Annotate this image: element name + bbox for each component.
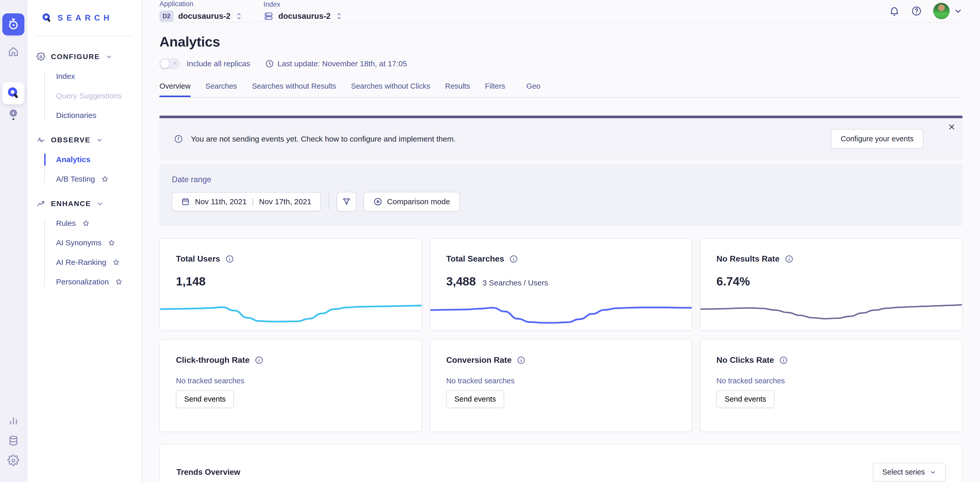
recommend-bulb-icon[interactable] bbox=[8, 108, 19, 121]
metric-card-total-users: Total Users 1,148 bbox=[159, 238, 422, 331]
date-separator: | bbox=[252, 197, 254, 206]
tab-filters[interactable]: Filters bbox=[485, 82, 505, 97]
index-stack-icon bbox=[263, 11, 274, 21]
sidebar-item-index[interactable]: Index bbox=[45, 72, 132, 81]
empty-note: No tracked searches bbox=[716, 377, 946, 385]
clock-icon bbox=[265, 59, 274, 68]
user-menu[interactable] bbox=[933, 3, 963, 19]
sidebar: SEARCH CONFIGURE Index Query Suggestions… bbox=[27, 0, 142, 482]
play-circle-icon bbox=[373, 197, 382, 206]
empty-note: No tracked searches bbox=[176, 377, 406, 385]
section-label: CONFIGURE bbox=[51, 53, 100, 61]
gear-icon bbox=[37, 52, 45, 61]
star-icon[interactable] bbox=[108, 239, 116, 247]
card-title: No Results Rate bbox=[716, 254, 780, 263]
card-click-through-rate: Click-through Rate No tracked searches S… bbox=[159, 339, 422, 432]
tab-searches-without-clicks[interactable]: Searches without Clicks bbox=[351, 82, 430, 97]
tab-searches[interactable]: Searches bbox=[205, 82, 237, 97]
send-events-button[interactable]: Send events bbox=[716, 390, 774, 408]
page-title: Analytics bbox=[159, 34, 963, 49]
app-rail bbox=[0, 0, 27, 482]
application-value: docusaurus-2 bbox=[178, 11, 231, 21]
tab-geo[interactable]: Geo bbox=[526, 82, 541, 97]
metric-card-total-searches: Total Searches 3,488 3 Searches / Users bbox=[430, 238, 692, 331]
info-icon[interactable] bbox=[785, 255, 794, 263]
sidebar-item-rules[interactable]: Rules bbox=[45, 219, 132, 228]
info-icon[interactable] bbox=[225, 255, 234, 263]
chevron-down-icon bbox=[954, 7, 963, 16]
tab-results[interactable]: Results bbox=[445, 82, 470, 97]
empty-cards-row: Click-through Rate No tracked searches S… bbox=[159, 339, 963, 432]
trends-title: Trends Overview bbox=[177, 468, 240, 477]
send-events-button[interactable]: Send events bbox=[446, 390, 504, 408]
activity-icon bbox=[37, 136, 45, 144]
include-replicas-label: Include all replicas bbox=[187, 59, 250, 68]
info-icon[interactable] bbox=[509, 255, 518, 263]
trends-overview-card: Trends Overview Select series bbox=[159, 444, 963, 482]
tab-searches-without-results[interactable]: Searches without Results bbox=[252, 82, 336, 97]
info-icon[interactable] bbox=[517, 356, 525, 365]
comparison-mode-button[interactable]: Comparison mode bbox=[363, 192, 460, 211]
star-icon[interactable] bbox=[82, 219, 90, 227]
star-icon[interactable] bbox=[112, 258, 120, 266]
tab-overview[interactable]: Overview bbox=[159, 82, 191, 97]
filter-button[interactable] bbox=[337, 192, 356, 211]
select-series-label: Select series bbox=[882, 468, 925, 476]
chevron-down-icon bbox=[929, 469, 936, 476]
sidebar-item-ab-testing[interactable]: A/B Testing bbox=[45, 175, 132, 184]
search-logo-icon bbox=[41, 12, 52, 24]
chevron-down-icon bbox=[96, 137, 103, 143]
metric-value: 3,488 bbox=[446, 274, 476, 288]
sidebar-item-analytics[interactable]: Analytics bbox=[45, 155, 132, 164]
stopwatch-icon bbox=[7, 18, 20, 31]
index-label: Index bbox=[263, 0, 343, 8]
index-value: docusaurus-2 bbox=[278, 11, 331, 21]
application-label: Application bbox=[159, 0, 243, 8]
include-replicas-toggle[interactable]: ✕ bbox=[159, 58, 180, 69]
notifications-bell-icon[interactable] bbox=[889, 6, 900, 16]
select-series-button[interactable]: Select series bbox=[873, 463, 945, 482]
product-logo-text: SEARCH bbox=[57, 13, 113, 22]
card-title: No Clicks Rate bbox=[716, 355, 774, 365]
timer-app-icon[interactable] bbox=[2, 13, 24, 35]
home-icon[interactable] bbox=[8, 46, 19, 57]
alert-info-icon bbox=[174, 134, 183, 144]
section-header-enhance[interactable]: ENHANCE bbox=[37, 200, 132, 208]
help-icon[interactable] bbox=[911, 6, 922, 16]
card-no-clicks-rate: No Clicks Rate No tracked searches Send … bbox=[700, 339, 963, 432]
chevron-down-icon bbox=[97, 200, 103, 207]
star-icon[interactable] bbox=[101, 175, 109, 183]
avatar bbox=[933, 3, 950, 19]
nav-section-configure: CONFIGURE Index Query Suggestions Dictio… bbox=[37, 52, 132, 120]
sidebar-item-personalization[interactable]: Personalization bbox=[45, 277, 132, 286]
settings-gear-icon[interactable] bbox=[8, 455, 19, 466]
date-start: Nov 11th, 2021 bbox=[195, 197, 247, 206]
date-range-button[interactable]: Nov 11th, 2021 | Nov 17th, 2021 bbox=[172, 192, 321, 211]
comparison-mode-label: Comparison mode bbox=[387, 197, 450, 206]
section-header-observe[interactable]: OBSERVE bbox=[37, 136, 132, 144]
card-title: Total Users bbox=[176, 254, 220, 263]
data-database-icon[interactable] bbox=[8, 435, 19, 447]
sidebar-item-ai-re-ranking[interactable]: AI Re-Ranking bbox=[45, 258, 132, 267]
info-icon[interactable] bbox=[779, 356, 788, 365]
application-selector[interactable]: Application D2 docusaurus-2 bbox=[159, 0, 243, 22]
star-icon[interactable] bbox=[115, 278, 123, 286]
metric-value: 1,148 bbox=[176, 274, 205, 288]
sidebar-item-query-suggestions[interactable]: Query Suggestions bbox=[45, 92, 132, 100]
toggle-off-x-icon: ✕ bbox=[173, 60, 177, 67]
empty-note: No tracked searches bbox=[446, 377, 676, 385]
card-title: Click-through Rate bbox=[176, 355, 250, 365]
search-product-icon[interactable] bbox=[2, 82, 24, 104]
card-conversion-rate: Conversion Rate No tracked searches Send… bbox=[430, 339, 692, 432]
close-icon[interactable] bbox=[948, 123, 956, 131]
metric-sub: 3 Searches / Users bbox=[482, 279, 548, 287]
sidebar-item-dictionaries[interactable]: Dictionaries bbox=[45, 111, 132, 120]
monitoring-chart-icon[interactable] bbox=[8, 414, 19, 426]
send-events-button[interactable]: Send events bbox=[176, 390, 234, 408]
configure-events-button[interactable]: Configure your events bbox=[831, 129, 923, 149]
sidebar-item-ai-synonyms[interactable]: AI Synonyms bbox=[45, 238, 132, 247]
chevron-down-icon bbox=[106, 54, 112, 60]
info-icon[interactable] bbox=[255, 356, 263, 365]
index-selector[interactable]: Index docusaurus-2 bbox=[263, 0, 343, 21]
section-header-configure[interactable]: CONFIGURE bbox=[37, 52, 132, 61]
